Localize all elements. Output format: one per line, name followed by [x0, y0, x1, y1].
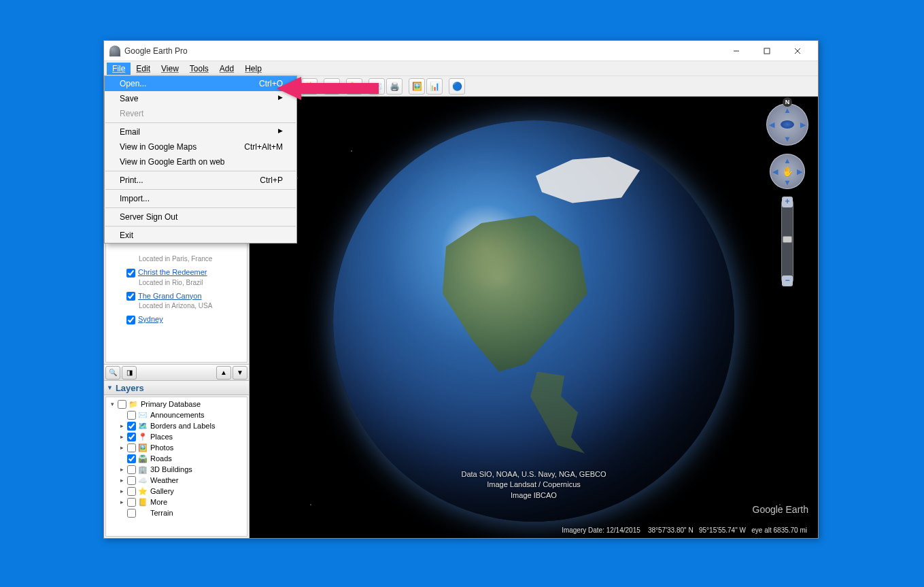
search-icon[interactable]: 🔍	[105, 366, 120, 380]
folder-icon: 📁	[129, 399, 138, 409]
place-item-canyon[interactable]: The Grand Canyon	[106, 290, 247, 303]
layer-primary[interactable]: ▾📁Primary Database	[107, 399, 245, 409]
nav-controls: N ▲ ▼ ◀ ▶ ▲ ▼ ◀ ▶ ✋ + −	[764, 103, 811, 286]
layer-announcements[interactable]: ✉️Announcements	[107, 409, 245, 420]
toolbar-print-icon[interactable]: 🖨️	[386, 78, 403, 95]
place-link[interactable]: The Grand Canyon	[138, 292, 202, 300]
file-menu-dropdown: Open...Ctrl+O Save▶ Revert Email▶ View i…	[104, 76, 297, 244]
layers-panel: ▾📁Primary Database ✉️Announcements ▸🗺️Bo…	[105, 397, 247, 537]
menu-signout[interactable]: Server Sign Out	[105, 209, 296, 224]
place-item-christ[interactable]: Christ the Redeemer	[106, 267, 247, 279]
panel-toggle-icon[interactable]: ◨	[122, 366, 137, 380]
place-link[interactable]: Christ the Redeemer	[138, 268, 207, 276]
place-checkbox[interactable]	[126, 269, 135, 278]
pan-up-icon[interactable]: ▲	[784, 156, 791, 165]
menu-view-maps[interactable]: View in Google MapsCtrl+Alt+M	[105, 139, 296, 154]
zoom-in-button[interactable]: +	[782, 197, 793, 207]
menu-import[interactable]: Import...	[105, 191, 296, 206]
annotation-arrow	[277, 77, 379, 103]
menu-view[interactable]: View	[156, 63, 184, 75]
globe[interactable]	[333, 120, 734, 522]
look-left-icon[interactable]: ◀	[769, 120, 774, 129]
minimize-button[interactable]	[721, 41, 751, 61]
menu-help[interactable]: Help	[239, 63, 267, 75]
menu-edit[interactable]: Edit	[131, 63, 156, 75]
weather-icon: ☁️	[138, 475, 148, 485]
north-indicator[interactable]: N	[783, 97, 792, 107]
layers-header[interactable]: Layers	[104, 380, 249, 395]
layer-weather[interactable]: ▸☁️Weather	[107, 475, 245, 486]
gallery-icon: ⭐	[138, 486, 148, 496]
layer-places[interactable]: ▸📍Places	[107, 431, 245, 442]
look-right-icon[interactable]: ▶	[800, 120, 806, 129]
menu-exit[interactable]: Exit	[105, 228, 296, 243]
layer-buildings[interactable]: ▸🏢3D Buildings	[107, 464, 245, 475]
toolbar-kml-icon[interactable]: 📊	[426, 78, 443, 95]
places-icon: 📍	[138, 432, 148, 441]
place-checkbox[interactable]	[126, 316, 135, 324]
svg-rect-1	[764, 48, 770, 54]
layer-borders[interactable]: ▸🗺️Borders and Labels	[107, 420, 245, 431]
layer-gallery[interactable]: ▸⭐Gallery	[107, 486, 245, 497]
menu-view-web[interactable]: View in Google Earth on web	[105, 154, 296, 169]
nav-compass[interactable]: N ▲ ▼ ◀ ▶	[766, 103, 808, 146]
attribution: Data SIO, NOAA, U.S. Navy, NGA, GEBCO Im…	[461, 469, 606, 501]
toolbar-save-image-icon[interactable]: 🖼️	[409, 78, 425, 95]
pan-right-icon[interactable]: ▶	[797, 167, 802, 176]
menu-print[interactable]: Print...Ctrl+P	[105, 173, 296, 188]
place-checkbox[interactable]	[126, 292, 135, 301]
place-link[interactable]: Sydney	[138, 315, 163, 323]
look-down-icon[interactable]: ▼	[784, 135, 791, 143]
globe-viewer[interactable]: Data SIO, NOAA, U.S. Navy, NGA, GEBCO Im…	[250, 97, 818, 538]
mail-icon: ✉️	[138, 410, 148, 420]
menu-revert: Revert	[105, 106, 296, 121]
look-up-icon[interactable]: ▲	[784, 106, 791, 114]
eye-icon[interactable]	[781, 120, 794, 129]
watermark: Google Earth	[753, 504, 809, 515]
menubar: File Edit View Tools Add Help	[104, 61, 818, 76]
find-bar: 🔍 ◨ ▲ ▼	[104, 364, 249, 380]
up-arrow-icon[interactable]: ▲	[216, 366, 231, 380]
borders-icon: 🗺️	[138, 421, 148, 431]
menu-add[interactable]: Add	[214, 63, 239, 75]
menu-save[interactable]: Save▶	[105, 91, 296, 106]
statusbar: Imagery Date: 12/14/2015 38°57'33.80" N …	[250, 526, 818, 534]
svg-marker-4	[277, 77, 379, 100]
window-controls	[721, 41, 812, 61]
layer-terrain[interactable]: Terrain	[107, 507, 245, 518]
down-arrow-icon[interactable]: ▼	[233, 366, 247, 380]
close-button[interactable]	[782, 41, 812, 61]
layer-more[interactable]: ▸📒More	[107, 497, 245, 507]
place-item-sydney[interactable]: Sydney	[106, 314, 247, 326]
buildings-icon: 🏢	[138, 465, 148, 474]
pan-left-icon[interactable]: ◀	[772, 167, 778, 176]
window-title: Google Earth Pro	[124, 46, 721, 56]
menu-open[interactable]: Open...Ctrl+O	[105, 76, 296, 91]
zoom-slider[interactable]: + −	[781, 197, 793, 286]
nav-pan[interactable]: ▲ ▼ ◀ ▶ ✋	[770, 154, 805, 189]
place-desc: Located in Arizona, USA	[106, 302, 247, 309]
zoom-out-button[interactable]: −	[782, 275, 793, 286]
more-icon: 📒	[138, 497, 148, 507]
layer-photos[interactable]: ▸🖼️Photos	[107, 442, 245, 453]
layer-roads[interactable]: 🛣️Roads	[107, 453, 245, 464]
hand-icon[interactable]: ✋	[782, 166, 793, 177]
menu-tools[interactable]: Tools	[184, 63, 214, 75]
zoom-thumb[interactable]	[783, 236, 792, 243]
photos-icon: 🖼️	[138, 443, 148, 452]
maximize-button[interactable]	[751, 41, 782, 61]
menu-email[interactable]: Email▶	[105, 124, 296, 139]
app-icon	[109, 46, 120, 56]
titlebar: Google Earth Pro	[104, 41, 818, 61]
place-desc: Located in Rio, Brazil	[106, 279, 247, 286]
terrain-icon	[138, 508, 148, 518]
roads-icon: 🛣️	[138, 454, 148, 463]
place-desc: Located in Paris, France	[106, 255, 247, 263]
menu-file[interactable]: File	[107, 63, 131, 75]
pan-down-icon[interactable]: ▼	[784, 178, 791, 186]
toolbar-globe-icon[interactable]: 🔵	[449, 78, 465, 95]
